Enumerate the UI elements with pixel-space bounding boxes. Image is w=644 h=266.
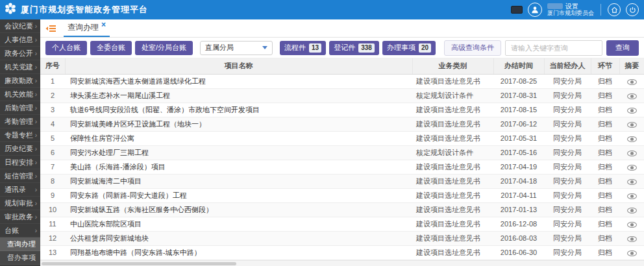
cell-name: 同安东路（同新路-同安大道段）工程 (65, 188, 412, 202)
table-row[interactable]: 6同安污水处理厂三期工程核定规划设计条件2017-05-16同安分局归档 (40, 145, 644, 160)
cell-handler: 同安分局 (544, 231, 591, 245)
cell-date: 2016-06-30 (493, 245, 544, 260)
cell-idx: 6 (40, 145, 65, 160)
count-badge: 13 (309, 43, 321, 53)
cell-date: 2017-05-16 (493, 145, 544, 160)
table-row[interactable]: 4同安新城美峰片区环卫设施工程（地块一）建设项目选址意见书2017-06-12同… (40, 117, 644, 131)
cell-step: 归档 (591, 188, 619, 202)
toolbar-right: 高级查询条件 查询 (444, 40, 639, 56)
table-row[interactable]: 13同翔基地布塘中路（同安东路-城东中路）建设项目选址意见书2016-06-30… (40, 245, 644, 260)
stat-filter-button[interactable]: 登记件338 (329, 41, 379, 55)
view-detail-eye-icon[interactable] (627, 222, 637, 228)
sidebar-item[interactable]: 机关效能› (0, 88, 40, 101)
user-avatar-icon[interactable] (528, 3, 542, 17)
cell-name: 轨道6号线同安段沿线（阳翟、潘涂）市政地下空间开发项目 (65, 103, 412, 117)
cell-handler: 同安分局 (544, 188, 591, 202)
table-row[interactable]: 1同安新城滨海西大道东侧道路退线绿化工程建设项目选址意见书2017-08-25同… (40, 74, 644, 88)
sidebar-item[interactable]: 机关党建› (0, 60, 40, 74)
table-row[interactable]: 10同安新城纵五路（东海社区服务中心西侧段）建设项目选址意见书2017-01-1… (40, 202, 644, 217)
toolbar: 个人台账全委台账处室/分局台账 直属分局 流程件13登记件338办理事项20 高… (40, 38, 644, 58)
sidebar-item[interactable]: 规划审批› (0, 197, 40, 210)
view-detail-eye-icon[interactable] (627, 108, 637, 114)
sidebar-item[interactable]: 政务公开› (0, 47, 40, 60)
ledger-segment-button[interactable]: 全委台账 (90, 41, 132, 55)
chevron-right-icon: › (35, 36, 37, 43)
horizontal-scrollbar[interactable] (40, 260, 644, 266)
table-row[interactable]: 7美山路（乐海路-潘涂段）项目建设项目选址意见书2017-04-19同安分局归档 (40, 160, 644, 174)
cell-summary (619, 174, 644, 188)
ledger-segment-button[interactable]: 处室/分局台账 (135, 41, 193, 55)
ledger-segment-button[interactable]: 个人台账 (45, 41, 87, 55)
cell-date: 2017-04-19 (493, 160, 544, 174)
table-row[interactable]: 12公共租赁房同安新城地块建设项目选址意见书2016-08-03同安分局归档 (40, 231, 644, 245)
table-row[interactable]: 11中山医院东部院区项目建设项目选址意见书2016-12-08同安分局归档 (40, 217, 644, 231)
view-detail-eye-icon[interactable] (627, 93, 637, 99)
chevron-right-icon: › (35, 132, 37, 139)
view-detail-eye-icon[interactable] (627, 165, 637, 171)
sidebar-item[interactable]: 廉政勤政› (0, 74, 40, 88)
chevron-right-icon: › (35, 91, 37, 98)
cell-step: 归档 (591, 245, 619, 260)
header-divider (601, 4, 601, 16)
tab-close-icon[interactable]: × (101, 20, 106, 29)
sidebar-item[interactable]: 短信管理› (0, 169, 40, 183)
view-detail-eye-icon[interactable] (627, 122, 637, 128)
table-row[interactable]: 3轨道6号线同安段沿线（阳翟、潘涂）市政地下空间开发项目建设项目选址意见书201… (40, 103, 644, 117)
view-detail-eye-icon[interactable] (627, 208, 637, 213)
cell-date: 2017-04-11 (493, 188, 544, 202)
view-detail-eye-icon[interactable] (627, 79, 637, 85)
cell-name: 中山医院东部院区项目 (65, 217, 412, 231)
stat-filter-button[interactable]: 办理事项20 (382, 41, 436, 55)
table-row[interactable]: 8同安新城海湾二中项目建设项目选址意见书2017-04-18同安分局归档 (40, 174, 644, 188)
table-row[interactable]: 5保障性住房官浔公寓建设项目选址意见书2017-05-31同安分局归档 (40, 131, 644, 145)
header-left: 厦门市规划委智能政务管理平台 (4, 2, 148, 18)
advanced-search-button[interactable]: 高级查询条件 (444, 40, 501, 56)
table-row[interactable]: 9同安东路（同新路-同安大道段）工程建设项目选址意见书2017-04-11同安分… (40, 188, 644, 202)
search-input[interactable] (505, 40, 602, 56)
tab-query-handle[interactable]: 查询办理 × (64, 19, 110, 37)
search-button[interactable]: 查询 (606, 40, 639, 56)
sidebar-item[interactable]: 通讯录› (0, 183, 40, 197)
cell-summary (619, 245, 644, 260)
sidebar-item[interactable]: 人事信息› (0, 33, 40, 47)
settings-link[interactable]: 设置 (565, 3, 578, 10)
sidebar-item[interactable]: 台账› (0, 224, 40, 237)
sidebar-item[interactable]: 后勤管理› (0, 101, 40, 115)
branch-dropdown[interactable]: 直属分局 (200, 41, 273, 55)
view-detail-eye-icon[interactable] (627, 250, 637, 256)
scrollbar-thumb[interactable] (42, 262, 236, 265)
view-detail-eye-icon[interactable] (627, 193, 637, 199)
view-detail-eye-icon[interactable] (627, 236, 637, 242)
cell-handler: 同安分局 (544, 74, 591, 88)
cell-date: 2017-08-31 (493, 88, 544, 103)
stat-filter-button[interactable]: 流程件13 (280, 41, 326, 55)
sidebar-item[interactable]: 审批政务› (0, 210, 40, 224)
sidebar-item[interactable]: 考勤管理› (0, 115, 40, 128)
user-info: 设置 厦门市规划委员会 (547, 3, 594, 17)
cell-name: 同安新城滨海西大道东侧道路退线绿化工程 (65, 74, 412, 88)
cell-idx: 13 (40, 245, 65, 260)
view-detail-eye-icon[interactable] (627, 151, 637, 156)
power-button[interactable] (626, 3, 639, 16)
sidebar-subitem[interactable]: 督办事项 (0, 251, 40, 265)
chevron-right-icon: › (35, 77, 37, 84)
sidebar-subitem[interactable]: 查询办理 (0, 237, 40, 251)
chevron-right-icon: › (35, 50, 37, 57)
tablet-icon[interactable] (511, 6, 523, 14)
segment-group: 个人台账全委台账处室/分局台账 (45, 41, 193, 55)
sidebar-item[interactable]: 专题专栏› (0, 128, 40, 142)
sidebar-item[interactable]: 历史纪要› (0, 142, 40, 156)
table-header-row: 序号项目名称业务类别办结时间当前经办人环节摘要 (40, 58, 644, 74)
menu-list-icon[interactable] (45, 25, 56, 32)
table-row[interactable]: 2埭头溪生态补水一期尾山溪工程核定规划设计条件2017-08-31同安分局归档 (40, 88, 644, 103)
cell-handler: 同安分局 (544, 202, 591, 217)
sidebar-item[interactable]: 会议纪要› (0, 19, 40, 33)
view-detail-eye-icon[interactable] (627, 179, 637, 185)
cell-idx: 2 (40, 88, 65, 103)
home-button[interactable] (608, 3, 621, 16)
sidebar-item[interactable]: 日程安排› (0, 156, 40, 169)
cell-idx: 9 (40, 188, 65, 202)
view-detail-eye-icon[interactable] (627, 136, 637, 142)
cell-handler: 同安分局 (544, 245, 591, 260)
cell-handler: 同安分局 (544, 160, 591, 174)
